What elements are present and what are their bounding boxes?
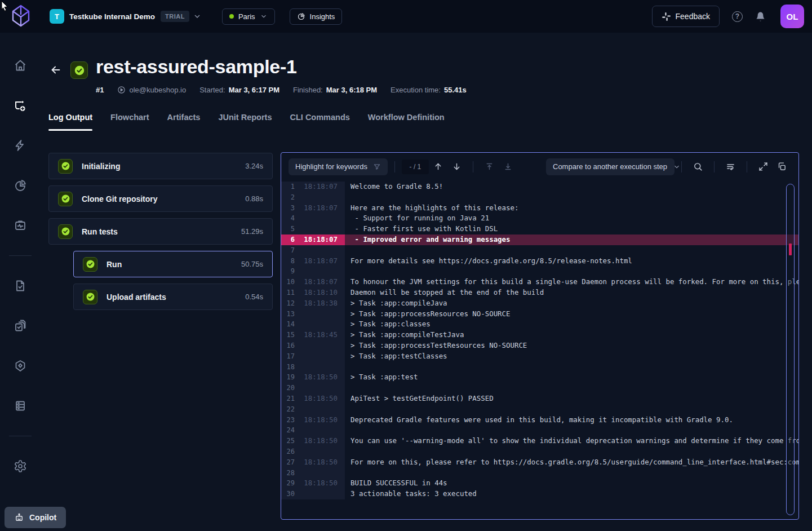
step-label: Run tests [82, 227, 118, 236]
log-line-18: 18 [281, 362, 798, 373]
line-number: 18 [281, 362, 300, 373]
log-line-21: 2118:18:50ApiTest > testGetEndpoint() PA… [281, 393, 798, 404]
sidebar-item-settings[interactable] [9, 455, 32, 477]
tab-cli-commands[interactable]: CLI Commands [290, 113, 350, 131]
wrap-text-icon [726, 162, 735, 171]
log-toolbar: Highlight for keywords - / 1 Compare to … [281, 153, 798, 180]
copy-logs-button[interactable] [777, 162, 787, 171]
tab-workflow-definition[interactable]: Workflow Definition [368, 113, 445, 131]
execution-status-icon [70, 61, 88, 79]
sidebar-item-triggers[interactable] [9, 134, 32, 157]
line-timestamp [300, 213, 345, 224]
user-avatar[interactable]: OL [780, 5, 804, 28]
line-text: Deprecated Gradle features were used in … [345, 415, 798, 426]
line-text: > Task :app:classes [345, 319, 798, 330]
line-text: You can use '--warning-mode all' to show… [345, 436, 798, 446]
log-line-10: 1018:18:07To honour the JVM settings for… [281, 277, 798, 287]
line-number: 8 [281, 256, 300, 267]
log-scrollbar[interactable] [786, 184, 795, 515]
step-duration: 0.54s [245, 293, 263, 301]
line-number: 7 [281, 245, 300, 256]
tab-junit-reports[interactable]: JUnit Reports [218, 113, 272, 131]
arrow-up-icon [433, 162, 443, 171]
line-text: > Task :app:compileTestJava [345, 330, 798, 340]
step-clone-git-repository[interactable]: Clone Git repository0.88s [48, 185, 273, 212]
help-icon: ? [732, 11, 743, 22]
scroll-to-top-button[interactable] [485, 162, 494, 171]
sidebar-item-test-suites[interactable] [9, 315, 32, 337]
sidebar-item-security[interactable] [9, 355, 32, 377]
compare-step-label: Compare to another execution step [553, 162, 667, 171]
log-line-6: 618:18:07 - Improved error and warning m… [281, 234, 798, 245]
sidebar-item-monitors[interactable] [9, 214, 32, 237]
step-label: Initializing [82, 162, 120, 171]
line-timestamp: 18:18:50 [300, 478, 345, 489]
line-number: 16 [281, 340, 300, 351]
line-text: 3 actionable tasks: 3 executed [345, 489, 798, 499]
step-upload-artifacts[interactable]: Upload artifacts0.54s [73, 284, 273, 310]
insights-button[interactable]: Insights [290, 8, 343, 25]
scroll-to-bottom-button[interactable] [503, 162, 513, 171]
log-line-24: 24 [281, 425, 798, 436]
toolbar-divider [394, 161, 395, 172]
step-run[interactable]: Run50.75s [73, 251, 273, 277]
log-line-17: 17> Task :app:testClasses [281, 351, 798, 362]
tab-artifacts[interactable]: Artifacts [167, 113, 201, 131]
sidebar-item-services[interactable] [9, 395, 32, 417]
previous-match-button[interactable] [433, 162, 443, 171]
line-text: To honour the JVM settings for this buil… [345, 277, 798, 287]
help-button[interactable]: ? [732, 11, 743, 22]
compare-step-select[interactable]: Compare to another execution step [546, 158, 675, 175]
line-timestamp [300, 446, 345, 457]
sidebar-item-tests[interactable] [9, 275, 32, 297]
tab-log-output[interactable]: Log Output [48, 113, 92, 131]
workspace-avatar[interactable]: T [50, 9, 64, 24]
highlight-keywords-filter[interactable]: Highlight for keywords [289, 158, 388, 175]
slack-icon [662, 12, 671, 21]
tab-flowchart[interactable]: Flowchart [110, 113, 149, 131]
log-line-5: 5 - Faster first use with Kotlin DSL [281, 224, 798, 234]
wrap-lines-button[interactable] [726, 162, 735, 171]
line-timestamp: 18:18:50 [300, 436, 345, 446]
sidebar-item-insights[interactable] [9, 174, 32, 197]
line-number: 30 [281, 489, 300, 499]
chevron-down-icon [673, 163, 681, 171]
search-logs-button[interactable] [693, 162, 703, 171]
notifications-button[interactable] [755, 11, 766, 22]
tabs: Log OutputFlowchartArtifactsJUnit Report… [48, 113, 445, 131]
line-timestamp: 18:18:50 [300, 372, 345, 383]
finished-value: Mar 3, 6:18 PM [326, 86, 377, 94]
fullscreen-button[interactable] [758, 162, 768, 171]
step-run-tests[interactable]: Run tests51.29s [48, 218, 273, 245]
log-line-14: 14> Task :app:classes [281, 319, 798, 330]
sidebar-item-workflows[interactable] [9, 94, 32, 117]
steps-list: Initializing3.24sClone Git repository0.8… [48, 153, 273, 316]
toolbar-divider [747, 161, 747, 172]
trial-badge: TRIAL [161, 11, 189, 22]
feedback-button[interactable]: Feedback [652, 6, 720, 27]
line-text [345, 245, 798, 256]
step-duration: 50.75s [241, 260, 263, 268]
next-match-button[interactable] [452, 162, 462, 171]
copilot-button[interactable]: Copilot [5, 507, 66, 528]
line-number: 1 [281, 182, 300, 192]
line-number: 6 [281, 234, 300, 245]
step-success-icon [58, 192, 73, 206]
bell-icon [755, 11, 766, 22]
environment-selector[interactable]: Paris [222, 8, 275, 25]
match-counter: - / 1 [402, 160, 429, 174]
scroll-top-icon [485, 162, 494, 171]
line-text [345, 362, 798, 373]
log-line-2: 2 [281, 192, 798, 203]
back-button[interactable] [50, 64, 62, 76]
line-text: Welcome to Gradle 8.5! [345, 182, 798, 192]
line-timestamp: 18:18:07 [300, 182, 345, 192]
testkube-logo-icon[interactable] [8, 2, 34, 30]
log-line-25: 2518:18:50You can use '--warning-mode al… [281, 436, 798, 446]
workspace-chevron-down-icon[interactable] [193, 12, 202, 21]
step-initializing[interactable]: Initializing3.24s [48, 153, 273, 179]
sidebar-item-home[interactable] [9, 54, 32, 77]
workspace-name: Testkube Internal Demo [69, 12, 155, 21]
finished-meta: Finished:Mar 3, 6:18 PM [293, 86, 377, 94]
toolbar-divider [681, 161, 682, 172]
